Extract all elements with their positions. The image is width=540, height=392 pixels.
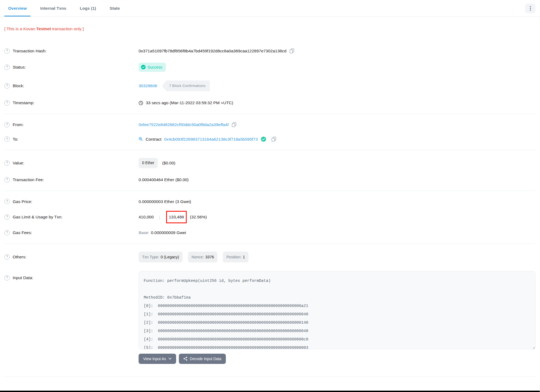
row-gas-fees: Gas Fees: Base: 0.000000009 Gwei xyxy=(4,225,535,240)
transaction-fee-value: 0.000400464 Ether ($0.00) xyxy=(139,177,189,183)
status-label: Status: xyxy=(13,64,26,70)
from-label: From: xyxy=(13,122,24,128)
row-others: Others: Txn Type:0 (Legacy) Nonce:3376 P… xyxy=(4,247,535,267)
help-icon[interactable] xyxy=(4,48,10,54)
input-data-actions: View Input As Decode Input Data xyxy=(139,354,226,364)
gas-limit-value: 410,000 xyxy=(139,214,154,220)
others-label: Others: xyxy=(13,254,26,260)
tab-bar: Overview Internal Txns Logs (1) State xyxy=(0,0,540,17)
input-data-textarea[interactable]: Function: performUpkeep(uint256 id, byte… xyxy=(139,271,535,349)
row-to: To: Contract 0x4cb093f226983713164a62138… xyxy=(4,132,535,147)
transaction-hash-value: 0x371a51097fb78df856f8b4a7bd459f192d8cc8… xyxy=(139,48,286,54)
input-data-label: Input Data: xyxy=(13,275,33,281)
tab-logs[interactable]: Logs (1) xyxy=(76,0,100,16)
nonce-badge: Nonce:3376 xyxy=(188,252,217,262)
bottom-divider xyxy=(4,376,535,377)
help-icon[interactable] xyxy=(4,136,10,142)
row-input-data: Input Data: Function: performUpkeep(uint… xyxy=(4,267,535,368)
check-circle-icon xyxy=(141,65,146,69)
help-icon[interactable] xyxy=(4,65,10,70)
to-type-label: Contract xyxy=(146,136,162,142)
value-usd: ($0.00) xyxy=(162,160,175,166)
transaction-fee-label: Transaction Fee: xyxy=(13,177,44,183)
copy-icon xyxy=(290,48,294,53)
tab-overview[interactable]: Overview xyxy=(4,0,31,16)
gas-used-value: 133,488 xyxy=(169,215,184,219)
tab-state[interactable]: State xyxy=(106,0,124,16)
gas-limit-label: Gas Limit & Usage by Txn: xyxy=(13,214,62,220)
gas-fees-base-value: 0.000000009 Gwei xyxy=(151,230,186,236)
row-transaction-fee: Transaction Fee: 0.000400464 Ether ($0.0… xyxy=(4,173,535,187)
pipe-separator: | xyxy=(159,214,160,220)
help-icon[interactable] xyxy=(4,83,10,89)
copy-icon xyxy=(232,122,236,127)
gas-price-label: Gas Price: xyxy=(13,199,32,205)
view-input-as-button[interactable]: View Input As xyxy=(139,354,176,364)
section-divider xyxy=(4,114,535,114)
card-body: [ This is a Kovan Testnet transaction on… xyxy=(0,17,540,377)
kebab-icon xyxy=(530,6,531,11)
row-transaction-hash: Transaction Hash: 0x371a51097fb78df856f8… xyxy=(4,44,535,58)
section-divider xyxy=(4,150,535,150)
help-icon[interactable] xyxy=(4,230,10,235)
section-divider xyxy=(4,191,535,191)
row-gas-price: Gas Price: 0.000000003 Ether (3 Gwei) xyxy=(4,194,535,209)
value-ether-badge: 0 Ether xyxy=(139,158,158,168)
status-badge: Success xyxy=(139,63,166,72)
timestamp-value: 33 secs ago (Mar-11-2022 03:59:32 PM +UT… xyxy=(146,100,233,106)
chevron-down-icon xyxy=(169,358,172,360)
clock-icon xyxy=(139,101,143,105)
row-gas-limit-usage: Gas Limit & Usage by Txn: 410,000 | 133,… xyxy=(4,209,535,225)
window-bottom-edge xyxy=(0,391,540,392)
decode-input-data-button[interactable]: Decode Input Data xyxy=(179,354,226,364)
help-icon[interactable] xyxy=(4,160,10,166)
help-icon[interactable] xyxy=(4,214,10,220)
position-badge: Position:1 xyxy=(223,252,249,262)
row-from: From: 0xfee7522e8482682cf50ddc50a0f8da2a… xyxy=(4,117,535,132)
gas-price-value: 0.000000003 Ether (3 Gwei) xyxy=(139,199,191,205)
verified-check-icon xyxy=(261,137,266,142)
block-number-link[interactable]: 30328606 xyxy=(139,83,157,89)
transaction-hash-label: Transaction Hash: xyxy=(13,48,46,54)
tab-internal-txns[interactable]: Internal Txns xyxy=(36,0,70,16)
help-icon[interactable] xyxy=(4,100,10,106)
section-divider xyxy=(4,244,535,244)
gas-used-percent: (32.56%) xyxy=(190,214,207,220)
from-address-link[interactable]: 0xfee7522e8482682cf50ddc50a0f8da2a39effa… xyxy=(139,122,229,128)
row-status: Status: Success xyxy=(4,58,535,76)
copy-transaction-hash-button[interactable] xyxy=(289,48,295,53)
help-icon[interactable] xyxy=(4,177,10,183)
value-label: Value: xyxy=(13,160,24,166)
zoom-in-icon[interactable] xyxy=(139,137,143,141)
timestamp-label: Timestamp: xyxy=(13,100,34,106)
copy-from-address-button[interactable] xyxy=(231,122,237,127)
gas-used-annotation-box: 133,488 xyxy=(166,211,187,223)
help-icon[interactable] xyxy=(4,122,10,127)
to-label: To: xyxy=(13,136,18,142)
help-icon[interactable] xyxy=(4,199,10,204)
transaction-details-page: Overview Internal Txns Logs (1) State [ … xyxy=(0,0,540,392)
decode-icon xyxy=(183,357,187,361)
gas-fees-base-label: Base: xyxy=(139,230,149,236)
txn-type-badge: Txn Type:0 (Legacy) xyxy=(139,252,183,262)
row-value: Value: 0 Ether ($0.00) xyxy=(4,154,535,173)
row-block: Block: 30328606 7 Block Confirmations xyxy=(4,76,535,96)
help-icon[interactable] xyxy=(4,275,10,281)
kebab-menu-button[interactable] xyxy=(525,4,535,13)
help-icon[interactable] xyxy=(4,254,10,260)
copy-icon xyxy=(271,137,276,142)
copy-to-address-button[interactable] xyxy=(271,137,277,142)
gas-fees-label: Gas Fees: xyxy=(13,230,32,236)
block-confirmations-badge: 7 Block Confirmations xyxy=(162,80,210,91)
testnet-notice: [ This is a Kovan Testnet transaction on… xyxy=(4,26,535,31)
block-label: Block: xyxy=(13,83,24,89)
row-timestamp: Timestamp: 33 secs ago (Mar-11-2022 03:5… xyxy=(4,96,535,110)
to-address-link[interactable]: 0x4cb093f226983713164a62138c3f718a5b595f… xyxy=(164,136,258,142)
